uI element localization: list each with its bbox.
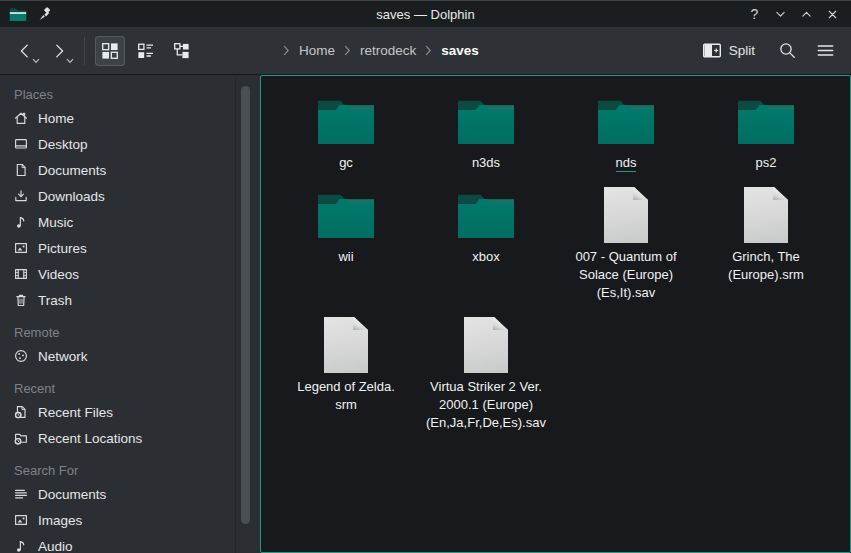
folder-view: gcn3dsndsps2wiixbox007 - Quantum of Sola… <box>260 75 851 553</box>
sidebar-scrollbar[interactable] <box>241 86 250 524</box>
sidebar-item-recent-locations[interactable]: Recent Locations <box>0 425 260 451</box>
sidebar-item-audio[interactable]: Audio <box>0 533 260 553</box>
music-note-icon <box>13 214 29 230</box>
breadcrumb-item-retrodeck[interactable]: retrodeck <box>360 43 416 58</box>
close-button[interactable] <box>823 5 842 24</box>
maximize-button[interactable] <box>797 5 816 24</box>
sidebar-item-music[interactable]: Music <box>0 209 260 235</box>
sidebar-item-label: Music <box>38 215 73 230</box>
sidebar-item-label: Desktop <box>38 137 88 152</box>
folder-item-xbox[interactable]: xbox <box>416 186 556 302</box>
sidebar-item-images[interactable]: Images <box>0 507 260 533</box>
sidebar-item-documents[interactable]: Documents <box>0 481 260 507</box>
file-item-virtua-striker-2-ver[interactable]: Virtua Striker 2 Ver. 2000.1 (Europe) (E… <box>416 316 556 432</box>
section-title-places: Places <box>0 83 260 105</box>
sidebar-item-label: Recent Locations <box>38 431 142 446</box>
network-icon <box>13 348 29 364</box>
sidebar-item-downloads[interactable]: Downloads <box>0 183 260 209</box>
file-icon <box>464 317 508 373</box>
search-button[interactable] <box>773 37 801 65</box>
sidebar-item-home[interactable]: Home <box>0 105 260 131</box>
document-lines-icon <box>13 486 29 502</box>
help-icon: ? <box>751 6 759 22</box>
section-title-search-for: Search For <box>0 459 260 481</box>
section-title-remote: Remote <box>0 321 260 343</box>
breadcrumb-item-home[interactable]: Home <box>299 43 335 58</box>
folder-item-wii[interactable]: wii <box>276 186 416 302</box>
sidebar-item-pictures[interactable]: Pictures <box>0 235 260 261</box>
split-button[interactable]: Split <box>702 42 755 59</box>
download-icon <box>13 188 29 204</box>
chevron-right-icon <box>344 45 351 56</box>
sidebar-item-label: Videos <box>38 267 79 282</box>
item-icon-box <box>318 92 374 150</box>
folder-item-gc[interactable]: gc <box>276 92 416 172</box>
details-view-icon <box>136 41 156 61</box>
split-view-icon <box>702 42 722 59</box>
menu-button[interactable] <box>811 37 839 65</box>
item-label: ps2 <box>756 154 777 172</box>
minimize-button[interactable] <box>771 5 790 24</box>
picture-icon <box>13 512 29 528</box>
search-icon <box>778 41 797 60</box>
pin-icon[interactable] <box>38 7 52 21</box>
breadcrumb: Homeretrodecksaves <box>283 43 479 58</box>
item-label: 007 - Quantum of Solace (Europe) (Es,It)… <box>575 248 676 302</box>
main-toolbar: Homeretrodecksaves Split <box>0 27 851 75</box>
item-label: Legend of Zelda. srm <box>297 378 395 414</box>
music-note-icon <box>13 538 29 553</box>
window-title: saves — Dolphin <box>0 7 851 22</box>
desktop-icon <box>13 136 29 152</box>
file-item-007-quantum-of[interactable]: 007 - Quantum of Solace (Europe) (Es,It)… <box>556 186 696 302</box>
forward-button[interactable] <box>46 36 72 66</box>
sidebar-item-label: Audio <box>38 539 73 553</box>
sidebar-item-videos[interactable]: Videos <box>0 261 260 287</box>
item-icon-box <box>324 316 368 374</box>
sidebar-item-network[interactable]: Network <box>0 343 260 369</box>
item-label: n3ds <box>472 154 500 172</box>
split-button-label: Split <box>729 43 755 58</box>
document-icon <box>13 162 29 178</box>
item-label: xbox <box>472 248 499 266</box>
dolphin-folder-icon <box>9 7 27 22</box>
folder-item-ps2[interactable]: ps2 <box>696 92 836 172</box>
tree-view-button[interactable] <box>167 36 197 66</box>
sidebar-item-trash[interactable]: Trash <box>0 287 260 313</box>
file-icon <box>324 317 368 373</box>
folder-icon <box>458 98 514 144</box>
breadcrumb-item-saves[interactable]: saves <box>441 43 479 58</box>
file-icon <box>744 187 788 243</box>
file-item-grinch-the[interactable]: Grinch, The (Europe).srm <box>696 186 836 302</box>
back-button[interactable] <box>12 36 38 66</box>
sidebar-item-label: Trash <box>38 293 72 308</box>
chevron-down-icon <box>32 58 40 64</box>
dolphin-window: saves — Dolphin ? Homeretrodecksaves <box>0 0 851 553</box>
sidebar-item-desktop[interactable]: Desktop <box>0 131 260 157</box>
folder-item-nds[interactable]: nds <box>556 92 696 172</box>
sidebar-item-label: Downloads <box>38 189 105 204</box>
scrollbar-track <box>235 77 236 553</box>
item-icon-box <box>604 186 648 244</box>
recent-files-icon <box>13 404 29 420</box>
sidebar-item-recent-files[interactable]: Recent Files <box>0 399 260 425</box>
video-icon <box>13 266 29 282</box>
file-icon <box>604 187 648 243</box>
item-label: wii <box>338 248 353 266</box>
sidebar-item-label: Pictures <box>38 241 87 256</box>
folder-item-n3ds[interactable]: n3ds <box>416 92 556 172</box>
home-icon <box>13 110 29 126</box>
folder-icon <box>318 98 374 144</box>
folder-icon <box>458 192 514 238</box>
help-button[interactable]: ? <box>745 5 764 24</box>
sidebar-item-documents[interactable]: Documents <box>0 157 260 183</box>
sidebar-item-label: Home <box>38 111 74 126</box>
toolbar-separator <box>84 37 85 65</box>
trash-icon <box>13 292 29 308</box>
places-panel: PlacesHomeDesktopDocumentsDownloadsMusic… <box>0 75 260 553</box>
item-icon-box <box>458 186 514 244</box>
item-label: Virtua Striker 2 Ver. 2000.1 (Europe) (E… <box>426 378 546 432</box>
icons-view-button[interactable] <box>95 36 125 66</box>
details-view-button[interactable] <box>131 36 161 66</box>
folder-icon <box>318 192 374 238</box>
file-item-legend-of-zelda[interactable]: Legend of Zelda. srm <box>276 316 416 432</box>
